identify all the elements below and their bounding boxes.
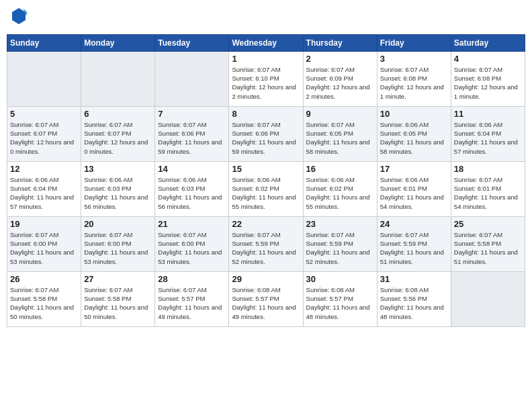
day-info: Sunrise: 6:06 AM Sunset: 6:03 PM Dayligh… [84,175,152,211]
calendar-cell: 22Sunrise: 6:07 AM Sunset: 5:59 PM Dayli… [229,216,303,271]
day-number: 4 [454,54,522,64]
calendar-cell: 29Sunrise: 6:08 AM Sunset: 5:57 PM Dayli… [229,271,303,326]
day-of-week-header: Tuesday [155,34,229,51]
day-info: Sunrise: 6:07 AM Sunset: 6:07 PM Dayligh… [10,120,78,156]
day-info: Sunrise: 6:07 AM Sunset: 5:57 PM Dayligh… [158,285,226,321]
calendar-cell: 30Sunrise: 6:08 AM Sunset: 5:57 PM Dayli… [303,271,377,326]
day-info: Sunrise: 6:08 AM Sunset: 5:57 PM Dayligh… [306,285,374,321]
calendar-cell: 31Sunrise: 6:08 AM Sunset: 5:56 PM Dayli… [377,271,451,326]
calendar-cell: 2Sunrise: 6:07 AM Sunset: 6:09 PM Daylig… [303,51,377,106]
calendar-cell: 7Sunrise: 6:07 AM Sunset: 6:06 PM Daylig… [155,106,229,161]
day-number: 7 [158,109,226,119]
logo [9,7,27,29]
day-number: 22 [232,219,300,229]
calendar-cell: 8Sunrise: 6:07 AM Sunset: 6:06 PM Daylig… [229,106,303,161]
day-info: Sunrise: 6:07 AM Sunset: 6:01 PM Dayligh… [454,175,522,211]
day-number: 23 [306,219,374,229]
calendar-cell: 15Sunrise: 6:06 AM Sunset: 6:02 PM Dayli… [229,161,303,216]
calendar-cell: 27Sunrise: 6:07 AM Sunset: 5:58 PM Dayli… [81,271,155,326]
calendar-week-row: 19Sunrise: 6:07 AM Sunset: 6:00 PM Dayli… [7,216,525,271]
day-number: 30 [306,274,374,284]
day-number: 29 [232,274,300,284]
calendar-cell [81,51,155,106]
day-number: 17 [380,164,448,174]
calendar-cell [155,51,229,106]
calendar-cell: 28Sunrise: 6:07 AM Sunset: 5:57 PM Dayli… [155,271,229,326]
calendar-page: SundayMondayTuesdayWednesdayThursdayFrid… [0,0,532,411]
day-info: Sunrise: 6:07 AM Sunset: 6:00 PM Dayligh… [84,230,152,266]
calendar-cell: 19Sunrise: 6:07 AM Sunset: 6:00 PM Dayli… [7,216,81,271]
day-number: 9 [306,109,374,119]
day-number: 15 [232,164,300,174]
day-info: Sunrise: 6:06 AM Sunset: 6:01 PM Dayligh… [380,175,448,211]
day-number: 5 [10,109,78,119]
day-info: Sunrise: 6:07 AM Sunset: 6:00 PM Dayligh… [10,230,78,266]
day-info: Sunrise: 6:08 AM Sunset: 5:56 PM Dayligh… [380,285,448,321]
day-info: Sunrise: 6:07 AM Sunset: 6:08 PM Dayligh… [454,65,522,101]
day-number: 24 [380,219,448,229]
calendar-cell: 24Sunrise: 6:07 AM Sunset: 5:59 PM Dayli… [377,216,451,271]
day-number: 3 [380,54,448,64]
day-info: Sunrise: 6:07 AM Sunset: 6:00 PM Dayligh… [158,230,226,266]
calendar-cell [7,51,81,106]
calendar-header-row: SundayMondayTuesdayWednesdayThursdayFrid… [7,34,525,51]
day-number: 26 [10,274,78,284]
calendar-table: SundayMondayTuesdayWednesdayThursdayFrid… [7,34,525,327]
calendar-cell [451,271,525,326]
day-info: Sunrise: 6:06 AM Sunset: 6:04 PM Dayligh… [454,120,522,156]
calendar-cell: 9Sunrise: 6:07 AM Sunset: 6:05 PM Daylig… [303,106,377,161]
day-info: Sunrise: 6:06 AM Sunset: 6:03 PM Dayligh… [158,175,226,211]
day-info: Sunrise: 6:06 AM Sunset: 6:04 PM Dayligh… [10,175,78,211]
day-number: 6 [84,109,152,119]
calendar-cell: 14Sunrise: 6:06 AM Sunset: 6:03 PM Dayli… [155,161,229,216]
calendar-cell: 17Sunrise: 6:06 AM Sunset: 6:01 PM Dayli… [377,161,451,216]
calendar-cell: 16Sunrise: 6:06 AM Sunset: 6:02 PM Dayli… [303,161,377,216]
day-number: 20 [84,219,152,229]
day-info: Sunrise: 6:07 AM Sunset: 5:58 PM Dayligh… [84,285,152,321]
day-number: 28 [158,274,226,284]
day-info: Sunrise: 6:06 AM Sunset: 6:05 PM Dayligh… [380,120,448,156]
svg-marker-0 [12,8,26,24]
day-number: 1 [232,54,300,64]
day-number: 16 [306,164,374,174]
day-number: 2 [306,54,374,64]
calendar-cell: 13Sunrise: 6:06 AM Sunset: 6:03 PM Dayli… [81,161,155,216]
calendar-cell: 1Sunrise: 6:07 AM Sunset: 6:10 PM Daylig… [229,51,303,106]
page-header [7,7,525,29]
day-info: Sunrise: 6:07 AM Sunset: 6:06 PM Dayligh… [232,120,300,156]
day-number: 14 [158,164,226,174]
day-info: Sunrise: 6:06 AM Sunset: 6:02 PM Dayligh… [306,175,374,211]
day-number: 10 [380,109,448,119]
calendar-week-row: 12Sunrise: 6:06 AM Sunset: 6:04 PM Dayli… [7,161,525,216]
calendar-cell: 4Sunrise: 6:07 AM Sunset: 6:08 PM Daylig… [451,51,525,106]
day-number: 27 [84,274,152,284]
day-info: Sunrise: 6:06 AM Sunset: 6:02 PM Dayligh… [232,175,300,211]
calendar-cell: 5Sunrise: 6:07 AM Sunset: 6:07 PM Daylig… [7,106,81,161]
day-info: Sunrise: 6:07 AM Sunset: 6:09 PM Dayligh… [306,65,374,101]
day-number: 25 [454,219,522,229]
calendar-cell: 20Sunrise: 6:07 AM Sunset: 6:00 PM Dayli… [81,216,155,271]
day-number: 19 [10,219,78,229]
day-info: Sunrise: 6:07 AM Sunset: 5:58 PM Dayligh… [10,285,78,321]
day-info: Sunrise: 6:07 AM Sunset: 5:58 PM Dayligh… [454,230,522,266]
calendar-cell: 23Sunrise: 6:07 AM Sunset: 5:59 PM Dayli… [303,216,377,271]
day-info: Sunrise: 6:07 AM Sunset: 5:59 PM Dayligh… [306,230,374,266]
calendar-cell: 12Sunrise: 6:06 AM Sunset: 6:04 PM Dayli… [7,161,81,216]
calendar-cell: 10Sunrise: 6:06 AM Sunset: 6:05 PM Dayli… [377,106,451,161]
day-info: Sunrise: 6:08 AM Sunset: 5:57 PM Dayligh… [232,285,300,321]
day-number: 12 [10,164,78,174]
day-of-week-header: Saturday [451,34,525,51]
day-info: Sunrise: 6:07 AM Sunset: 5:59 PM Dayligh… [232,230,300,266]
day-of-week-header: Monday [81,34,155,51]
day-info: Sunrise: 6:07 AM Sunset: 6:10 PM Dayligh… [232,65,300,101]
calendar-cell: 26Sunrise: 6:07 AM Sunset: 5:58 PM Dayli… [7,271,81,326]
calendar-cell: 18Sunrise: 6:07 AM Sunset: 6:01 PM Dayli… [451,161,525,216]
logo-icon [11,7,27,26]
day-number: 8 [232,109,300,119]
calendar-cell: 21Sunrise: 6:07 AM Sunset: 6:00 PM Dayli… [155,216,229,271]
calendar-week-row: 1Sunrise: 6:07 AM Sunset: 6:10 PM Daylig… [7,51,525,106]
day-number: 18 [454,164,522,174]
day-info: Sunrise: 6:07 AM Sunset: 6:05 PM Dayligh… [306,120,374,156]
calendar-week-row: 26Sunrise: 6:07 AM Sunset: 5:58 PM Dayli… [7,271,525,326]
day-number: 11 [454,109,522,119]
